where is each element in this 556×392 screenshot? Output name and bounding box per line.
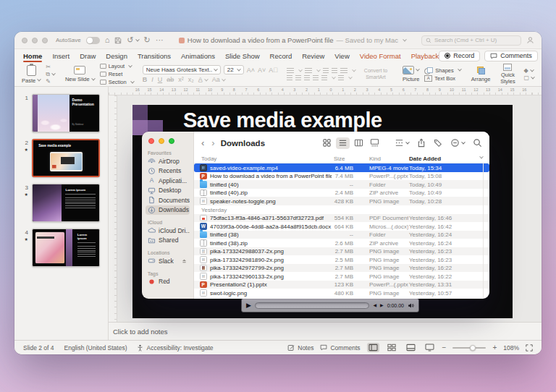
cut-button[interactable]: ✂: [46, 64, 55, 70]
ppt-traffic-lights[interactable]: [22, 38, 48, 43]
home-icon[interactable]: ⌂: [105, 36, 110, 44]
sidebar-item-icloud-dri[interactable]: iCloud Dri...: [146, 226, 190, 236]
step-forward-button[interactable]: ▶: [380, 303, 384, 307]
tab-home[interactable]: Home: [23, 51, 42, 61]
reading-view-button[interactable]: [405, 343, 417, 352]
account-icon[interactable]: [526, 36, 534, 44]
file-row-pika-1733242972799-2x-png[interactable]: pika-1733242972799-2x.png2.7 MBPNG image…: [194, 264, 489, 273]
forward-button[interactable]: ›: [211, 138, 214, 148]
bullets-button[interactable]: [287, 68, 294, 74]
file-row-swot-logic-png[interactable]: swot-logic.png480 KBPNG imageYesterday, …: [194, 289, 489, 297]
sidebar-item-slack[interactable]: Slack: [146, 256, 190, 266]
file-row-tinified-38-zip[interactable]: tinified (38).zip2.6 MBZIP archiveYester…: [194, 239, 489, 247]
new-slide-button[interactable]: New Slide: [64, 66, 96, 82]
text-direction-button[interactable]: [321, 75, 327, 81]
notes-toggle-button[interactable]: Notes: [287, 344, 313, 351]
clear-formatting-button[interactable]: A⃠: [269, 67, 278, 74]
file-row-pika-1733242988037-2x-png[interactable]: pika-1733242988037-2x.png2.7 MBPNG image…: [194, 247, 489, 256]
slide-show-button[interactable]: [424, 343, 436, 352]
tab-video-format[interactable]: Video Format: [360, 51, 401, 61]
file-row-tinified-38[interactable]: tinified (38)--FolderYesterday, 16:24: [194, 231, 489, 239]
file-row-tinified-40-zip[interactable]: tinified (40).zip2.4 MBZIP archiveToday,…: [194, 189, 489, 197]
file-row-speaker-notes-toggle-png[interactable]: speaker-notes-toggle.png428 KBPNG imageT…: [194, 197, 489, 205]
tab-view[interactable]: View: [334, 51, 349, 61]
numbering-button[interactable]: [305, 68, 312, 74]
redo-icon[interactable]: ↻: [144, 36, 151, 44]
tab-design[interactable]: Design: [106, 51, 127, 61]
superscript-button[interactable]: x²: [178, 76, 184, 83]
slide-thumbnail-2[interactable]: Save media example: [32, 139, 100, 177]
seek-bar[interactable]: [255, 302, 369, 309]
more-toolbar-icon[interactable]: ···: [156, 36, 164, 44]
file-row-presentation2-1-pptx[interactable]: PPresentation2 (1).pptx123 KBPowerP...(.…: [194, 281, 489, 289]
actions-button[interactable]: [450, 138, 465, 148]
arrange-button[interactable]: Arrange: [470, 67, 492, 82]
format-painter-button[interactable]: ✎: [46, 79, 55, 85]
strikethrough-button[interactable]: ab: [167, 76, 174, 83]
notes-pane[interactable]: Click to add notes: [109, 322, 542, 340]
file-row-47039f3a-00de-4dd8-aa2a-844a8f915dcb-docx[interactable]: W47039f3a-00de-4dd8-aa2a-844a8f915dcb.do…: [194, 222, 489, 231]
increase-font-button[interactable]: A˄: [247, 67, 255, 74]
file-row-how-to-download-a-video-from-a-powerpoint-file-pptx[interactable]: PHow to download a video from a PowerPoi…: [194, 172, 489, 181]
undo-icon[interactable]: ↺: [127, 36, 138, 44]
zoom-slider-knob[interactable]: [470, 345, 476, 351]
convert-smartart-button[interactable]: Convert to SmartArt: [359, 68, 392, 80]
group-by-button[interactable]: [395, 138, 409, 148]
finder-search-button[interactable]: [473, 138, 482, 148]
sidebar-item-documents[interactable]: Documents: [146, 195, 190, 205]
accessibility-status[interactable]: Accessibility: Investigate: [137, 344, 213, 351]
file-row-saved-video-example-mp4[interactable]: saved-video-example.mp46.4 MBMPEG-4 movi…: [194, 163, 489, 172]
eject-icon[interactable]: [181, 257, 188, 264]
zoom-level[interactable]: 108%: [503, 344, 519, 351]
zoom-slider[interactable]: [452, 347, 486, 349]
font-color-button[interactable]: Aa: [212, 76, 225, 83]
column-header-size[interactable]: Size: [334, 155, 345, 162]
save-icon[interactable]: [114, 37, 122, 44]
tab-review[interactable]: Review: [302, 51, 324, 61]
list-view-button[interactable]: [336, 137, 350, 149]
layout-button[interactable]: Layout: [100, 63, 134, 69]
finder-traffic-lights[interactable]: [142, 138, 193, 144]
column-header-kind[interactable]: Kind: [369, 155, 381, 162]
slide-thumbnail-1[interactable]: Demo PresentationBy Slidebeat: [32, 94, 100, 132]
tab-record[interactable]: Record: [270, 51, 292, 61]
sidebar-item-recents[interactable]: Recents: [146, 166, 190, 176]
sidebar-item-desktop[interactable]: Desktop: [146, 186, 190, 196]
sort-direction-icon[interactable]: [479, 155, 484, 159]
column-view-button[interactable]: [352, 137, 366, 149]
justify-button[interactable]: [313, 75, 319, 81]
copy-button[interactable]: ⧉: [46, 72, 55, 77]
step-back-button[interactable]: ◀: [373, 303, 376, 307]
sidebar-item-downloads[interactable]: Downloads: [146, 205, 190, 216]
subscript-button[interactable]: x₂: [188, 76, 194, 83]
zoom-in-button[interactable]: +: [492, 344, 497, 351]
column-header-date-added[interactable]: Date Added: [409, 155, 441, 162]
icon-view-button[interactable]: [320, 137, 334, 149]
shape-outline-button[interactable]: ▢: [523, 75, 534, 81]
slide-thumbnail-4[interactable]: Lorem ipsum: [32, 229, 100, 267]
shape-fill-button[interactable]: ◆: [523, 68, 534, 74]
fit-slide-button[interactable]: [526, 344, 533, 351]
tab-draw[interactable]: Draw: [80, 51, 96, 61]
normal-view-button[interactable]: [367, 343, 379, 352]
picture-button[interactable]: Picture: [401, 66, 421, 82]
zoom-out-button[interactable]: −: [442, 344, 447, 351]
slide-thumbnail-3[interactable]: Lorem ipsum: [32, 184, 100, 222]
increase-indent-button[interactable]: [332, 68, 337, 74]
file-row-tinified-40[interactable]: tinified (40)--FolderToday, 10:49: [194, 180, 489, 189]
underline-button[interactable]: U: [158, 76, 163, 83]
comments-button[interactable]: Comments: [484, 51, 538, 61]
reset-button[interactable]: Reset: [100, 71, 134, 77]
file-row-pika-1733242981890-2x-png[interactable]: pika-1733242981890-2x.png2.5 MBPNG image…: [194, 255, 489, 264]
share-file-button[interactable]: [417, 138, 426, 148]
sidebar-item-applicati[interactable]: AApplicati...: [146, 176, 190, 186]
back-button[interactable]: ‹: [201, 138, 204, 148]
play-button[interactable]: ▶: [246, 302, 251, 309]
autosave-toggle[interactable]: [86, 37, 100, 44]
align-right-button[interactable]: [304, 75, 310, 81]
tab-animations[interactable]: Animations: [181, 51, 215, 61]
align-text-button[interactable]: [338, 75, 344, 81]
sidebar-item-airdrop[interactable]: AirDrop: [146, 156, 190, 166]
tab-transitions[interactable]: Transitions: [138, 51, 171, 61]
file-row-pika-1733242960133-2x-png[interactable]: pika-1733242960133-2x.png2.7 MBPNG image…: [194, 272, 489, 281]
